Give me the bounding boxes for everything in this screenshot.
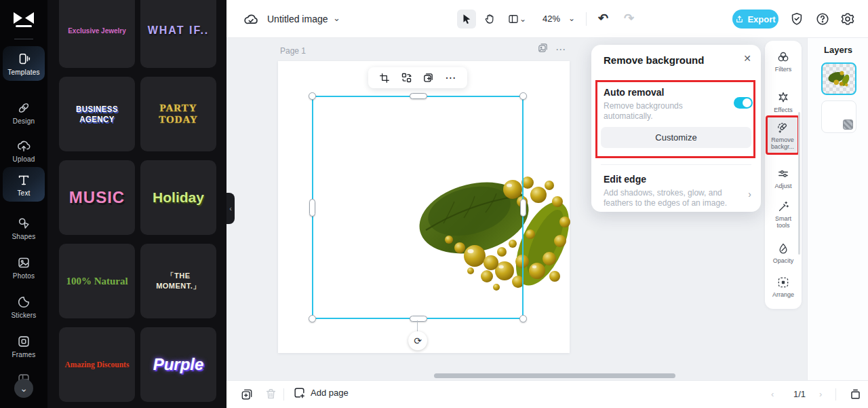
sidebar-item-text[interactable]: Text [3, 167, 45, 202]
template-text: 「THE MOMENT.」 [144, 271, 212, 291]
resize-handle-top[interactable] [410, 93, 427, 99]
toolbar-item-label: Remove backgr... [768, 136, 797, 150]
template-text: PARTY TODAY [144, 103, 212, 126]
divider [601, 164, 751, 165]
cloud-save-icon[interactable] [243, 12, 259, 28]
settings-icon[interactable] [840, 12, 856, 28]
present-button[interactable] [849, 388, 863, 401]
rotate-handle[interactable]: ⟳ [408, 331, 427, 350]
shield-check-icon[interactable] [789, 12, 806, 28]
help-icon[interactable] [815, 12, 831, 28]
template-card[interactable]: 「THE MOMENT.」 [140, 244, 216, 318]
export-label: Export [747, 14, 775, 24]
edit-edge-title[interactable]: Edit edge [604, 174, 646, 185]
toolbar-item-opacity[interactable]: Opacity [767, 239, 800, 267]
sidebar-item-label: Stickers [11, 312, 36, 319]
previous-page-button[interactable]: ‹ [771, 389, 774, 399]
zoom-level[interactable]: 42% [542, 14, 560, 24]
template-text: Amazing Discounts [65, 360, 130, 369]
replace-button[interactable] [401, 72, 412, 84]
sidebar-item-upload[interactable]: Upload [3, 133, 45, 168]
panel-collapse-button[interactable]: ‹ [226, 193, 235, 224]
bottombar: Add page ‹ 1/1 › [226, 380, 868, 408]
toolbar-item-adjust[interactable]: Adjust [767, 164, 800, 192]
auto-removal-toggle[interactable] [734, 97, 753, 109]
resize-handle-bottom[interactable] [410, 316, 427, 322]
page-more-icon[interactable]: ⋯ [555, 43, 566, 56]
template-card[interactable]: PARTY TODAY [140, 77, 216, 151]
customize-label: Customize [655, 132, 696, 143]
toolbar-item-label: Adjust [774, 183, 791, 189]
close-icon[interactable]: ✕ [743, 53, 751, 64]
document-title[interactable]: Untitled image [267, 14, 328, 24]
crop-button[interactable] [379, 73, 390, 84]
canvas-size-button[interactable]: ⌄ [505, 10, 529, 29]
resize-handle-left[interactable] [309, 199, 315, 217]
text-templates-panel[interactable]: Exclusive Jewelry WHAT IF.. BUSINESS AGE… [47, 0, 226, 408]
layer-thumbnail-background[interactable] [821, 100, 856, 133]
resize-handle-right[interactable] [520, 199, 526, 217]
redo-button[interactable]: ↷ [624, 11, 634, 26]
template-card[interactable]: Holiday [140, 160, 216, 235]
template-text: MUSIC [69, 188, 125, 207]
duplicate-button[interactable] [422, 72, 434, 84]
toolbar-scrollbar[interactable] [798, 112, 800, 255]
background-layer-badge [843, 119, 853, 130]
layer-thumbnail-image[interactable] [821, 62, 856, 95]
add-page-button[interactable]: Add page [293, 386, 349, 399]
rotate-icon: ⟳ [414, 335, 422, 346]
more-options-button[interactable]: ⋯ [445, 71, 456, 84]
sidebar-item-label: Templates [7, 69, 39, 76]
resize-handle-top-left[interactable] [309, 92, 316, 100]
divider [14, 39, 33, 39]
toolbar-item-label: Opacity [773, 257, 794, 264]
sidebar-item-templates[interactable]: Templates [3, 46, 45, 81]
template-card[interactable]: MUSIC [59, 160, 135, 235]
next-page-button[interactable]: › [819, 389, 822, 399]
chevron-left-icon: ‹ [229, 204, 232, 212]
template-card[interactable]: BUSINESS AGENCY [59, 77, 135, 151]
sidebar-item-frames[interactable]: Frames [3, 329, 45, 363]
toolbar-item-filters[interactable]: Filters [767, 48, 800, 75]
template-text: WHAT IF.. [148, 24, 210, 37]
template-text: Exclusive Jewelry [68, 27, 126, 35]
template-card[interactable]: 100% Natural [59, 244, 135, 318]
resize-handle-bottom-right[interactable] [519, 315, 527, 322]
undo-button[interactable]: ↶ [598, 11, 608, 26]
export-button[interactable]: Export [732, 10, 778, 29]
export-icon [735, 15, 744, 24]
toolbar-item-arrange[interactable]: Arrange [767, 273, 800, 301]
sidebar-item-photos[interactable]: Photos [3, 250, 45, 284]
capcut-logo-icon[interactable] [12, 8, 36, 31]
sidebar-expand-button[interactable]: ⌄ [14, 379, 33, 398]
toolbar-item-smart-tools[interactable]: Smart tools [767, 197, 800, 231]
resize-handle-bottom-left[interactable] [309, 315, 316, 322]
customize-button[interactable]: Customize [601, 127, 751, 148]
sidebar-item-stickers[interactable]: Stickers [3, 289, 45, 324]
template-card[interactable]: Purple [140, 327, 216, 402]
select-tool-button[interactable] [457, 10, 476, 29]
chevron-down-icon[interactable]: ⌄ [333, 13, 340, 23]
hand-tool-button[interactable] [480, 10, 499, 29]
duplicate-page-button[interactable] [240, 388, 254, 401]
template-card[interactable]: Amazing Discounts [59, 327, 135, 402]
sidebar-item-label: Design [13, 117, 35, 125]
toolbar-item-remove-background[interactable]: Remove backgr... [766, 115, 800, 155]
sidebar-item-shapes[interactable]: Shapes [3, 210, 45, 245]
sidebar-item-design[interactable]: Design [3, 95, 45, 130]
selection-box[interactable] [312, 96, 524, 319]
toolbar-item-effects[interactable]: Effects [767, 88, 800, 116]
delete-page-button[interactable] [264, 388, 278, 401]
copy-page-icon[interactable] [537, 42, 549, 56]
chevron-down-icon[interactable]: ⌄ [568, 14, 575, 23]
template-text: Purple [153, 355, 204, 374]
template-card[interactable]: Exclusive Jewelry [59, 0, 135, 68]
chevron-right-icon[interactable]: › [748, 189, 751, 200]
resize-handle-top-right[interactable] [519, 92, 527, 100]
toolbar-item-label: Arrange [772, 291, 794, 298]
selection-toolbar: ⋯ [368, 67, 467, 88]
horizontal-scrollbar[interactable] [434, 373, 675, 378]
divider [586, 12, 587, 26]
template-text: Holiday [153, 189, 204, 206]
template-card[interactable]: WHAT IF.. [140, 0, 216, 68]
